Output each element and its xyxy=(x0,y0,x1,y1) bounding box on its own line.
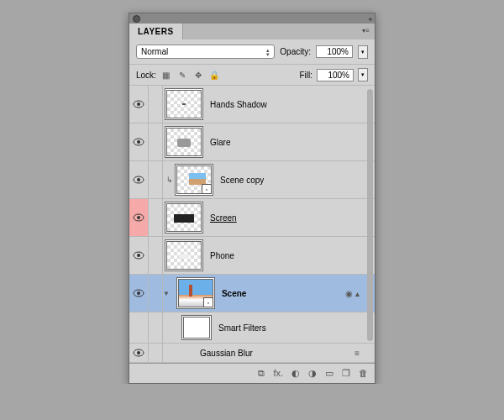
layer-thumbnail[interactable] xyxy=(166,203,202,232)
layer-row[interactable]: Hands Shadow xyxy=(129,86,375,123)
layer-row[interactable]: ▼ ▫ Scene ◉ ▴ xyxy=(129,275,375,312)
visibility-toggle[interactable] xyxy=(129,161,149,198)
smart-object-badge-icon: ▫ xyxy=(202,184,212,194)
svg-point-3 xyxy=(137,140,140,144)
svg-point-7 xyxy=(137,216,140,219)
expand-toggle-icon[interactable]: ▼ xyxy=(163,290,170,297)
visibility-toggle[interactable] xyxy=(129,86,149,123)
fill-label: Fill: xyxy=(299,71,312,80)
layer-mask-icon[interactable]: ◐ xyxy=(291,368,300,379)
visibility-toggle[interactable] xyxy=(129,237,149,274)
layer-name[interactable]: Hands Shadow xyxy=(205,100,267,109)
adjustment-layer-icon[interactable]: ◑ xyxy=(308,368,317,379)
select-arrows-icon: ▴▾ xyxy=(266,48,270,56)
clip-indicator-icon: ↳ xyxy=(166,176,173,184)
svg-point-13 xyxy=(137,351,140,354)
visibility-toggle[interactable] xyxy=(129,275,149,312)
layers-panel: ◂▸ LAYERS ▾≡ Normal ▴▾ Opacity: 100% ▾ L… xyxy=(129,13,375,384)
svg-point-11 xyxy=(137,291,140,295)
link-column xyxy=(149,237,163,274)
fill-dropdown-icon[interactable]: ▾ xyxy=(358,68,368,81)
layer-thumbnail[interactable] xyxy=(166,90,202,118)
smart-filters-label: Smart Filters xyxy=(213,323,266,333)
lock-all-icon[interactable]: 🔒 xyxy=(208,69,220,81)
blend-mode-select[interactable]: Normal ▴▾ xyxy=(136,45,275,59)
opacity-label: Opacity: xyxy=(280,47,311,56)
smart-filters-row[interactable]: Smart Filters xyxy=(129,312,375,344)
layer-thumbnail[interactable] xyxy=(166,241,202,270)
link-column xyxy=(149,275,163,312)
layer-row[interactable]: Glare xyxy=(129,123,375,161)
blend-opacity-row: Normal ▴▾ Opacity: 100% ▾ xyxy=(129,39,375,65)
link-layers-icon[interactable]: ⧉ xyxy=(258,368,265,379)
smart-filter-indicator-icon: ◉ ▴ xyxy=(345,289,360,298)
opacity-dropdown-icon[interactable]: ▾ xyxy=(358,45,368,59)
link-column xyxy=(149,123,163,160)
lock-pixels-icon[interactable]: ✎ xyxy=(176,69,188,81)
layer-name[interactable]: Scene copy xyxy=(215,176,264,185)
visibility-toggle[interactable] xyxy=(129,123,149,160)
layer-row[interactable]: Phone xyxy=(129,237,375,275)
layer-name[interactable]: Scene xyxy=(217,289,246,298)
panel-tabs: LAYERS ▾≡ xyxy=(129,24,375,39)
layer-row[interactable]: ↳ ▫ Scene copy xyxy=(129,161,375,199)
new-group-icon[interactable]: ▭ xyxy=(325,368,333,379)
visibility-toggle[interactable] xyxy=(129,199,149,236)
smart-object-badge-icon: ▫ xyxy=(203,297,213,307)
link-column xyxy=(149,312,163,343)
layer-thumbnail[interactable]: ▫ xyxy=(176,165,212,194)
layer-name[interactable]: Screen xyxy=(205,213,237,223)
opacity-input[interactable]: 100% xyxy=(316,45,353,58)
layer-row[interactable]: Screen xyxy=(129,199,375,237)
layer-name[interactable]: Glare xyxy=(205,138,230,147)
filter-options-icon[interactable]: ≡ xyxy=(354,349,360,358)
filter-item-row[interactable]: Gaussian Blur ≡ xyxy=(129,344,375,363)
panel-titlebar[interactable]: ◂▸ xyxy=(129,13,375,24)
visibility-toggle[interactable] xyxy=(129,344,149,362)
layer-name[interactable]: Phone xyxy=(205,251,234,260)
link-column xyxy=(149,344,163,362)
lock-transparency-icon[interactable]: ▦ xyxy=(160,69,172,81)
layer-thumbnail[interactable]: ▫ xyxy=(178,279,213,307)
lock-fill-row: Lock: ▦ ✎ ✥ 🔒 Fill: 100% ▾ xyxy=(129,65,375,86)
svg-point-1 xyxy=(137,102,140,106)
close-dot-icon[interactable] xyxy=(133,15,140,23)
link-column xyxy=(149,86,163,123)
link-column xyxy=(149,161,163,198)
new-layer-icon[interactable]: ❐ xyxy=(342,368,350,379)
tab-layers[interactable]: LAYERS xyxy=(129,24,183,39)
layers-list: Hands Shadow Glare ↳ ▫ Scene copy Screen… xyxy=(129,86,375,363)
filter-name[interactable]: Gaussian Blur xyxy=(197,349,253,358)
visibility-toggle[interactable] xyxy=(129,312,149,343)
scrollbar[interactable] xyxy=(367,89,373,341)
layer-thumbnail[interactable] xyxy=(166,128,202,156)
delete-layer-icon[interactable]: 🗑 xyxy=(359,368,368,379)
layer-style-icon[interactable]: fx. xyxy=(273,368,283,379)
lock-label: Lock: xyxy=(136,71,156,80)
link-column xyxy=(149,199,163,236)
fill-input[interactable]: 100% xyxy=(317,69,354,81)
lock-position-icon[interactable]: ✥ xyxy=(192,69,204,81)
panel-footer: ⧉ fx. ◐ ◑ ▭ ❐ 🗑 xyxy=(129,363,375,383)
filter-mask-thumbnail[interactable] xyxy=(183,317,210,339)
svg-point-5 xyxy=(137,178,140,181)
blend-mode-value: Normal xyxy=(141,47,168,56)
grip-icon: ◂▸ xyxy=(368,15,371,23)
panel-menu-icon[interactable]: ▾≡ xyxy=(357,24,375,39)
svg-point-9 xyxy=(137,254,140,257)
